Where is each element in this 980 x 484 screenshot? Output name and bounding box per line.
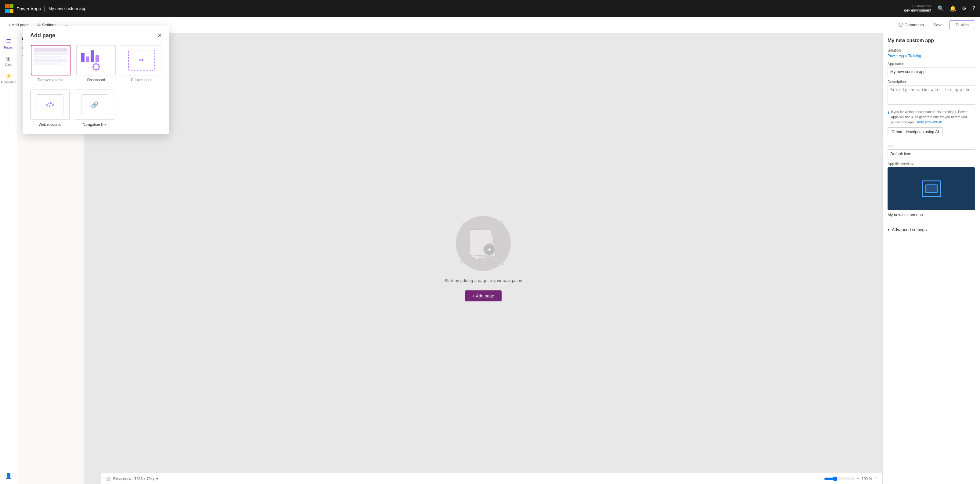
dashboard-label: Dashboard [87,78,105,82]
add-page-modal: Add page ✕ Dataverse table [23,26,169,134]
bar3 [91,50,94,62]
modal-overlay: Add page ✕ Dataverse table [0,0,980,484]
dash-bars [81,50,112,62]
web-resource-icon: </> [46,101,55,109]
dataverse-illustration [32,45,70,75]
navigation-link-label: Navigation link [83,123,107,127]
dash-circle [92,63,100,70]
bar2 [86,56,89,62]
navigation-link-icon: 🔗 [91,101,99,109]
modal-item-web-resource[interactable]: </> Web resource [30,89,70,127]
dt-row2 [34,56,61,58]
modal-row2: </> Web resource 🔗 Navigation link [23,89,169,134]
dashboard-illustration [77,45,115,75]
custom-page-illustration: ✏ [123,45,161,75]
dataverse-table-label: Dataverse table [38,78,64,82]
modal-items-grid: Dataverse table [23,42,169,89]
dt-row1 [34,53,67,55]
web-inner: </> [37,94,64,115]
dataverse-table-card[interactable] [31,45,70,75]
custom-page-card[interactable]: ✏ [122,45,161,75]
navigation-link-illustration: 🔗 [75,90,114,120]
modal-header: Add page ✕ [23,26,169,42]
custom-inner: ✏ [128,50,155,70]
bar1 [81,53,84,62]
modal-item-custom-page[interactable]: ✏ Custom page [121,45,162,82]
dashboard-card[interactable] [76,45,116,75]
nav-inner: 🔗 [81,94,108,115]
dt-header [34,48,67,52]
web-resource-card[interactable]: </> [30,89,70,120]
modal-item-dashboard[interactable]: Dashboard [76,45,116,82]
dash-inner [81,50,112,70]
custom-page-icon: ✏ [139,56,144,64]
modal-close-button[interactable]: ✕ [158,32,162,39]
modal-title: Add page [30,32,55,39]
bar4 [95,55,99,62]
web-resource-illustration: </> [31,90,69,120]
modal-item-navigation-link[interactable]: 🔗 Navigation link [75,89,115,127]
modal-item-dataverse[interactable]: Dataverse table [30,45,71,82]
navigation-link-card[interactable]: 🔗 [75,89,115,120]
dt-row3 [34,59,67,62]
dt-row4 [34,62,61,65]
web-resource-label: Web resource [39,123,61,127]
custom-page-label: Custom page [131,78,153,82]
